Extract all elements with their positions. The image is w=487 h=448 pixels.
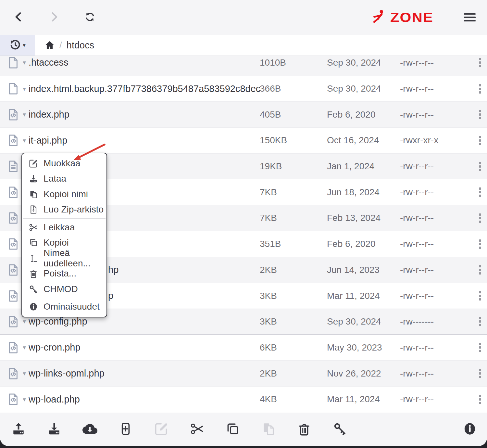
- table-row[interactable]: ▾.htaccess1010BSep 30, 2024-rw-r--r--: [0, 56, 487, 76]
- cloud-download-button[interactable]: [82, 421, 98, 438]
- context-menu-item[interactable]: Luo Zip-arkisto: [22, 202, 106, 218]
- file-permissions: -rw-------: [400, 316, 473, 327]
- context-menu-item[interactable]: Lataa: [22, 171, 106, 187]
- context-menu-item[interactable]: Nimeä uudelleen...: [22, 250, 106, 266]
- chevron-down-icon[interactable]: ▾: [20, 86, 29, 92]
- code-file-icon: [6, 340, 20, 355]
- history-dropdown-button[interactable]: ▾: [0, 35, 35, 56]
- back-button[interactable]: [11, 10, 26, 25]
- forward-button[interactable]: [46, 10, 62, 25]
- kebab-menu-icon[interactable]: [473, 82, 487, 96]
- chevron-down-icon[interactable]: ▾: [20, 370, 29, 377]
- context-menu-item[interactable]: Kopioi nimi: [22, 186, 106, 202]
- cloud-download-icon: [82, 421, 97, 437]
- kebab-menu-icon[interactable]: [473, 341, 487, 354]
- info-button[interactable]: [462, 421, 478, 438]
- download-icon: [29, 174, 38, 184]
- context-menu-item[interactable]: Leikkaa: [22, 220, 106, 235]
- file-date: Mar 11, 2024: [327, 394, 400, 404]
- menu-divider: [23, 218, 106, 219]
- file-size: 3KB: [260, 291, 327, 301]
- zone-runner-icon: [371, 9, 387, 26]
- code-file-icon: [6, 366, 20, 381]
- chevron-right-icon: [49, 11, 60, 23]
- file-size: 2KB: [260, 368, 327, 379]
- file-size: 351B: [260, 239, 327, 249]
- delete-button[interactable]: [296, 421, 312, 438]
- code-file-icon: [6, 392, 20, 406]
- table-row[interactable]: ▾index.php405BFeb 6, 2020-rw-r--r--: [0, 101, 487, 127]
- plain-file-icon: [6, 56, 20, 70]
- chevron-down-icon[interactable]: ▾: [20, 59, 29, 66]
- file-size: 7KB: [260, 187, 327, 198]
- table-row[interactable]: ▾index.html.backup.377fb77386379b5487a58…: [0, 76, 487, 102]
- kebab-menu-icon[interactable]: [473, 211, 487, 225]
- chmod-button[interactable]: [332, 421, 348, 438]
- kebab-menu-icon[interactable]: [473, 315, 487, 328]
- file-date: Sep 30, 2024: [327, 58, 400, 68]
- file-date: Sep 30, 2024: [327, 83, 400, 94]
- chevron-down-icon[interactable]: ▾: [20, 318, 29, 325]
- file-permissions: -rw-r--r--: [400, 58, 473, 68]
- context-menu-item[interactable]: Ominaisuudet: [22, 299, 106, 315]
- table-row[interactable]: ▾wp-cron.php6KBMay 30, 2023-rw-r--r--: [0, 335, 487, 361]
- kebab-menu-icon[interactable]: [473, 108, 487, 121]
- chevron-down-icon[interactable]: ▾: [20, 111, 29, 118]
- file-date: Oct 16, 2024: [327, 135, 400, 146]
- chevron-down-icon[interactable]: ▾: [20, 137, 29, 144]
- kebab-menu-icon[interactable]: [473, 393, 487, 406]
- edit-button[interactable]: [154, 421, 169, 438]
- cut-button[interactable]: [189, 421, 205, 438]
- context-menu-item-label: Lataa: [44, 173, 66, 184]
- zone-logo-text: ZONE: [390, 10, 433, 24]
- upload-button[interactable]: [11, 421, 26, 438]
- zone-logo: ZONE: [371, 9, 433, 26]
- kebab-menu-icon[interactable]: [473, 186, 487, 199]
- chevron-down-icon: ▾: [23, 42, 26, 49]
- kebab-menu-icon[interactable]: [473, 367, 487, 380]
- kebab-menu-icon[interactable]: [473, 237, 487, 251]
- code-file-icon: [6, 263, 20, 277]
- file-permissions: -rw-r--r--: [400, 342, 473, 353]
- kebab-menu-icon[interactable]: [473, 134, 487, 147]
- context-menu-item[interactable]: Muokkaa: [22, 156, 106, 171]
- file-size: 2KB: [260, 265, 327, 275]
- paste-button[interactable]: [261, 421, 276, 438]
- file-date: Sep 30, 2024: [327, 316, 400, 327]
- rename-icon: [29, 253, 38, 263]
- file-date: Nov 26, 2022: [327, 368, 400, 379]
- chevron-down-icon[interactable]: ▾: [20, 396, 29, 403]
- hamburger-menu-icon[interactable]: [463, 11, 476, 24]
- download-icon: [47, 421, 62, 437]
- zip-icon: [29, 205, 38, 214]
- file-permissions: -rw-r--r--: [400, 161, 473, 172]
- add-file-icon: [118, 421, 133, 437]
- table-row[interactable]: ▾wp-links-opml.php2KBNov 26, 2022-rw-r--…: [0, 360, 487, 386]
- file-size: 1010B: [260, 58, 327, 68]
- table-row[interactable]: ▾wp-load.php4KBMar 11, 2024-rw-r--r--: [0, 386, 487, 412]
- download-button[interactable]: [46, 421, 62, 438]
- chevron-down-icon[interactable]: ▾: [20, 344, 29, 351]
- file-permissions: -rw-r--r--: [400, 394, 473, 404]
- file-name: wp-cron.php: [29, 342, 260, 353]
- kebab-menu-icon[interactable]: [473, 160, 487, 173]
- file-permissions: -rw-r--r--: [400, 109, 473, 120]
- upload-icon: [11, 421, 26, 437]
- code-file-icon: [6, 108, 20, 122]
- file-name: .htaccess: [29, 57, 260, 68]
- file-date: Feb 6, 2020: [327, 109, 400, 120]
- context-menu-item[interactable]: CHMOD: [22, 281, 106, 297]
- kebab-menu-icon[interactable]: [473, 56, 487, 69]
- home-icon[interactable]: [44, 40, 55, 50]
- kebab-menu-icon[interactable]: [473, 263, 487, 276]
- table-row[interactable]: ▾it-api.php150KBOct 16, 2024-rwxr-xr-x: [0, 127, 487, 153]
- menu-divider: [23, 298, 106, 298]
- refresh-button[interactable]: [82, 10, 98, 25]
- copy-button[interactable]: [225, 421, 241, 438]
- file-permissions: -rw-r--r--: [400, 291, 473, 301]
- kebab-menu-icon[interactable]: [473, 289, 487, 302]
- add-file-button[interactable]: [118, 421, 133, 438]
- cut-icon: [29, 223, 38, 232]
- top-toolbar: ZONE: [0, 0, 487, 35]
- breadcrumb-current-folder[interactable]: htdocs: [67, 40, 94, 51]
